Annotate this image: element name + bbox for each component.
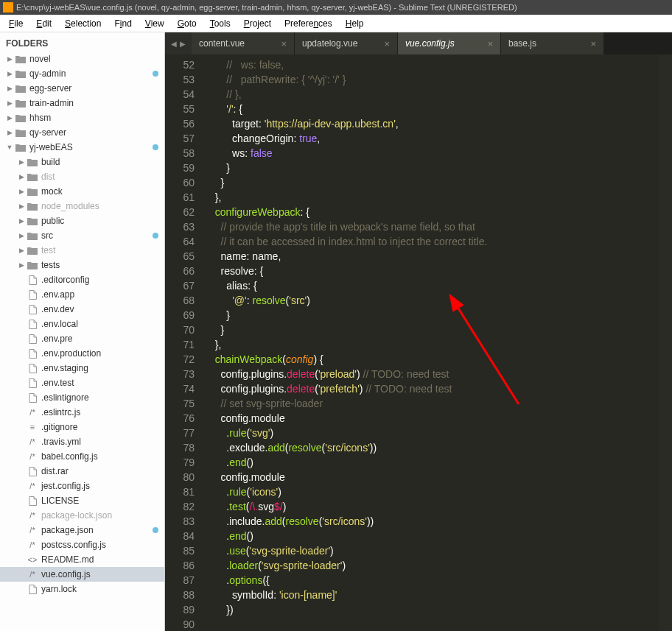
line-gutter: 5253545556575859606162636465666768697071… xyxy=(165,54,200,631)
tree-label: yarn.lock xyxy=(41,584,158,594)
menu-file[interactable]: File xyxy=(3,17,29,30)
tree-label: .gitignore xyxy=(41,422,158,432)
folder-icon xyxy=(27,201,38,211)
code-area[interactable]: 5253545556575859606162636465666768697071… xyxy=(165,54,672,631)
tabbar: ◀ ▶ content.vue×updatelog.vue×vue.config… xyxy=(165,32,672,54)
tree-label: mock xyxy=(41,186,158,197)
editor-area: ◀ ▶ content.vue×updatelog.vue×vue.config… xyxy=(165,32,672,631)
code-content[interactable]: // ws: false, // pathRewrite: { '^/yj': … xyxy=(200,54,659,631)
close-icon[interactable]: × xyxy=(590,38,596,49)
file-package-lock-json[interactable]: /*package-lock.json xyxy=(0,508,164,523)
chevron-icon: ▶ xyxy=(18,158,25,166)
sidebar[interactable]: FOLDERS ▶novel▶qy-admin▶egg-server▶train… xyxy=(0,32,165,631)
tab-base-js[interactable]: base.js× xyxy=(501,32,604,54)
folder-icon xyxy=(27,260,38,270)
menu-preferences[interactable]: Preferences xyxy=(279,17,338,30)
tree-label: babel.config.js xyxy=(41,451,158,462)
menu-view[interactable]: View xyxy=(139,17,170,30)
file-icon xyxy=(27,348,38,359)
file-type-icon: /* xyxy=(27,525,38,535)
tree-label: train-admin xyxy=(29,98,158,108)
folder-dist[interactable]: ▶dist xyxy=(0,169,164,184)
file-jest-config-js[interactable]: /*jest.config.js xyxy=(0,479,164,493)
tree-label: yj-webEAS xyxy=(29,142,150,152)
file--eslintrc-js[interactable]: /*.eslintrc.js xyxy=(0,405,164,420)
chevron-icon: ▶ xyxy=(18,261,25,269)
close-icon[interactable]: × xyxy=(384,38,390,49)
tab-content-vue[interactable]: content.vue× xyxy=(192,32,295,54)
folder-mock[interactable]: ▶mock xyxy=(0,184,164,199)
tab-vue-config-js[interactable]: vue.config.js× xyxy=(398,32,501,54)
file-license[interactable]: LICENSE xyxy=(0,493,164,508)
tree-label: .env.dev xyxy=(41,304,158,314)
folder-tests[interactable]: ▶tests xyxy=(0,258,164,272)
file--env-test[interactable]: .env.test xyxy=(0,376,164,390)
file-type-icon: /* xyxy=(27,407,38,417)
window-title: E:\cnvp\yj-webEAS\vue.config.js (novel, … xyxy=(16,3,517,12)
folder-egg-server[interactable]: ▶egg-server xyxy=(0,81,164,96)
menu-selection[interactable]: Selection xyxy=(59,17,107,30)
folder-novel[interactable]: ▶novel xyxy=(0,52,164,66)
file--env-pre[interactable]: .env.pre xyxy=(0,331,164,346)
file--env-dev[interactable]: .env.dev xyxy=(0,302,164,317)
file--env-staging[interactable]: .env.staging xyxy=(0,361,164,376)
folder-icon xyxy=(27,216,38,226)
file-babel-config-js[interactable]: /*babel.config.js xyxy=(0,449,164,464)
tree-label: .eslintignore xyxy=(41,392,158,403)
file--eslintignore[interactable]: .eslintignore xyxy=(0,390,164,405)
folder-node-modules[interactable]: ▶node_modules xyxy=(0,199,164,214)
file-type-icon: /* xyxy=(27,481,38,491)
modified-dot-icon xyxy=(153,71,158,77)
file--env-app[interactable]: .env.app xyxy=(0,287,164,302)
file-postcss-config-js[interactable]: /*postcss.config.js xyxy=(0,537,164,552)
folder-test[interactable]: ▶test xyxy=(0,243,164,258)
file--editorconfig[interactable]: .editorconfig xyxy=(0,272,164,287)
menu-project[interactable]: Project xyxy=(238,17,277,30)
chevron-icon: ▶ xyxy=(18,247,25,254)
tree-label: .editorconfig xyxy=(41,275,158,285)
tree-label: package.json xyxy=(41,525,150,535)
file-vue-config-js[interactable]: /*vue.config.js xyxy=(0,567,164,582)
tree-label: dist xyxy=(41,172,158,182)
folder-qy-server[interactable]: ▶qy-server xyxy=(0,125,164,140)
folder-train-admin[interactable]: ▶train-admin xyxy=(0,96,164,110)
folder-yj-webeas[interactable]: ▼yj-webEAS xyxy=(0,140,164,155)
file--env-production[interactable]: .env.production xyxy=(0,346,164,361)
tab-next-icon[interactable]: ▶ xyxy=(178,40,187,48)
folder-public[interactable]: ▶public xyxy=(0,214,164,228)
main: FOLDERS ▶novel▶qy-admin▶egg-server▶train… xyxy=(0,32,672,631)
tree-label: README.md xyxy=(41,554,158,565)
menu-edit[interactable]: Edit xyxy=(30,17,57,30)
folder-icon xyxy=(27,157,38,167)
file-icon xyxy=(27,363,38,373)
sublime-icon xyxy=(3,2,13,13)
folder-icon xyxy=(15,142,27,152)
file--env-local[interactable]: .env.local xyxy=(0,317,164,331)
chevron-icon: ▶ xyxy=(6,85,13,92)
file-yarn-lock[interactable]: yarn.lock xyxy=(0,582,164,596)
folder-build[interactable]: ▶build xyxy=(0,155,164,169)
close-icon[interactable]: × xyxy=(281,38,287,49)
file-dist-rar[interactable]: dist.rar xyxy=(0,464,164,479)
folder-qy-admin[interactable]: ▶qy-admin xyxy=(0,66,164,81)
tab-updatelog-vue[interactable]: updatelog.vue× xyxy=(295,32,398,54)
menu-goto[interactable]: Goto xyxy=(172,17,203,30)
tab-prev-icon[interactable]: ◀ xyxy=(169,40,178,48)
file--travis-yml[interactable]: /*.travis.yml xyxy=(0,434,164,449)
file--gitignore[interactable]: ≡.gitignore xyxy=(0,420,164,434)
menu-help[interactable]: Help xyxy=(340,17,370,30)
file-icon xyxy=(27,496,38,506)
folder-hhsm[interactable]: ▶hhsm xyxy=(0,110,164,125)
menu-find[interactable]: Find xyxy=(108,17,137,30)
file-icon xyxy=(27,378,38,388)
file-package-json[interactable]: /*package.json xyxy=(0,523,164,537)
close-icon[interactable]: × xyxy=(487,38,493,49)
chevron-icon: ▶ xyxy=(18,232,25,239)
folder-icon xyxy=(27,245,38,255)
tab-nav: ◀ ▶ xyxy=(165,32,192,54)
menu-tools[interactable]: Tools xyxy=(204,17,237,30)
file-readme-md[interactable]: <>README.md xyxy=(0,552,164,567)
minimap[interactable] xyxy=(659,54,672,631)
chevron-icon: ▶ xyxy=(6,129,13,136)
folder-src[interactable]: ▶src xyxy=(0,228,164,243)
